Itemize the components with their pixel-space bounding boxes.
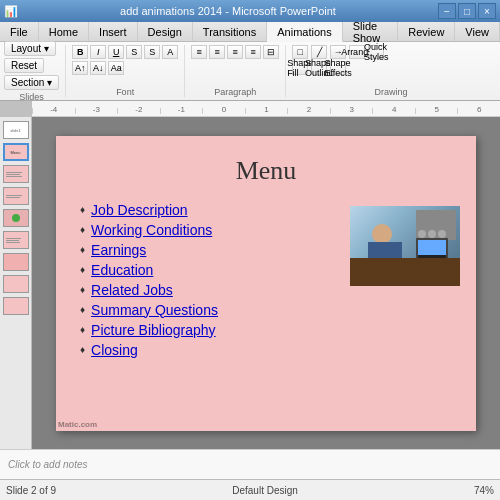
ribbon-group-slides: Layout ▾ Reset Section ▾ Slides bbox=[4, 45, 66, 97]
slide-canvas[interactable]: Menu ♦ Job Description ♦ Working Conditi… bbox=[56, 136, 476, 431]
menu-item-link[interactable]: Picture Bibliography bbox=[91, 322, 216, 338]
align-left-button[interactable]: ≡ bbox=[191, 45, 207, 59]
strikethrough-button[interactable]: S bbox=[126, 45, 142, 59]
bullet-icon: ♦ bbox=[80, 284, 85, 295]
bullet-icon: ♦ bbox=[80, 204, 85, 215]
slide-thumb-5[interactable] bbox=[3, 209, 29, 227]
person-head bbox=[372, 224, 392, 244]
section-button[interactable]: Section ▾ bbox=[4, 75, 59, 90]
slide-thumb-9[interactable] bbox=[3, 297, 29, 315]
shape-effects-button[interactable]: Shape Effects bbox=[330, 61, 346, 75]
fontcolor-button[interactable]: A bbox=[162, 45, 178, 59]
cd-icon bbox=[428, 230, 436, 238]
ribbon-group-drawing: □ ╱ → Arrange Quick Styles Shape Fill Sh… bbox=[292, 45, 496, 97]
ruler-mark: -1 bbox=[160, 108, 203, 114]
zoom-level: 74% bbox=[474, 485, 494, 496]
ruler-mark: 1 bbox=[245, 108, 288, 114]
slides-group-label: Slides bbox=[19, 92, 44, 102]
ribbon-group-font: B I U S S A A↑ A↓ Aa Font bbox=[72, 45, 185, 97]
clearformat-button[interactable]: Aa bbox=[108, 61, 124, 75]
fake-photo bbox=[350, 206, 460, 286]
slide-thumb-6[interactable] bbox=[3, 231, 29, 249]
menu-item-link[interactable]: Summary Questions bbox=[91, 302, 218, 318]
arrange-button[interactable]: Arrange bbox=[349, 45, 365, 59]
cd-icon bbox=[438, 230, 446, 238]
shape-rect-button[interactable]: □ bbox=[292, 45, 308, 59]
fontsize-down-button[interactable]: A↓ bbox=[90, 61, 106, 75]
minimize-button[interactable]: − bbox=[438, 3, 456, 19]
menu-item-link[interactable]: Education bbox=[91, 262, 153, 278]
justify-button[interactable]: ≡ bbox=[245, 45, 261, 59]
title-bar-title: add animations 2014 - Microsoft PowerPoi… bbox=[18, 5, 438, 17]
tab-animations[interactable]: Animations bbox=[267, 22, 342, 42]
tab-design[interactable]: Design bbox=[138, 22, 193, 41]
ruler: -4 -3 -2 -1 0 1 2 3 4 5 6 bbox=[32, 101, 500, 117]
layout-button[interactable]: Layout ▾ bbox=[4, 41, 56, 56]
title-bar: 📊 add animations 2014 - Microsoft PowerP… bbox=[0, 0, 500, 22]
ruler-mark: 0 bbox=[202, 108, 245, 114]
tab-review[interactable]: Review bbox=[398, 22, 455, 41]
tab-insert[interactable]: Insert bbox=[89, 22, 138, 41]
align-right-button[interactable]: ≡ bbox=[227, 45, 243, 59]
bullet-icon: ♦ bbox=[80, 244, 85, 255]
menu-list-item: ♦ Picture Bibliography bbox=[80, 322, 452, 338]
slide-thumb-2[interactable]: Menu bbox=[3, 143, 29, 161]
ruler-mark: 4 bbox=[372, 108, 415, 114]
ruler-mark: 6 bbox=[457, 108, 500, 114]
status-bar: Slide 2 of 9 Default Design 74% bbox=[0, 479, 500, 500]
slide-thumb-4[interactable] bbox=[3, 187, 29, 205]
reset-button[interactable]: Reset bbox=[4, 58, 44, 73]
tab-transitions[interactable]: Transitions bbox=[193, 22, 267, 41]
cd-icon bbox=[418, 230, 426, 238]
bold-button[interactable]: B bbox=[72, 45, 88, 59]
paragraph-group-label: Paragraph bbox=[214, 87, 256, 97]
app-icon: 📊 bbox=[4, 5, 18, 18]
italic-button[interactable]: I bbox=[90, 45, 106, 59]
menu-item-link[interactable]: Job Description bbox=[91, 202, 188, 218]
slide-thumb-8[interactable] bbox=[3, 275, 29, 293]
drawing-group-label: Drawing bbox=[375, 87, 408, 97]
slide-thumb-1[interactable]: slide1 bbox=[3, 121, 29, 139]
menu-item-link[interactable]: Earnings bbox=[91, 242, 146, 258]
notes-bar[interactable]: Click to add notes bbox=[0, 449, 500, 479]
ribbon-tabs: File Home Insert Design Transitions Anim… bbox=[0, 22, 500, 42]
canvas-area: Menu ♦ Job Description ♦ Working Conditi… bbox=[32, 117, 500, 449]
menu-item-link[interactable]: Related Jobs bbox=[91, 282, 173, 298]
tab-home[interactable]: Home bbox=[39, 22, 89, 41]
ruler-mark: -3 bbox=[75, 108, 118, 114]
photo-shelf bbox=[416, 210, 456, 240]
font-group-label: Font bbox=[116, 87, 134, 97]
menu-list-item: ♦ Summary Questions bbox=[80, 302, 452, 318]
align-center-button[interactable]: ≡ bbox=[209, 45, 225, 59]
theme-name: Default Design bbox=[232, 485, 298, 496]
tab-view[interactable]: View bbox=[455, 22, 500, 41]
menu-list-item: ♦ Closing bbox=[80, 342, 452, 358]
slide-title: Menu bbox=[80, 156, 452, 186]
desk bbox=[350, 258, 460, 286]
ribbon: File Home Insert Design Transitions Anim… bbox=[0, 22, 500, 101]
menu-item-link[interactable]: Closing bbox=[91, 342, 138, 358]
menu-item-link[interactable]: Working Conditions bbox=[91, 222, 212, 238]
watermark: Matic.com bbox=[58, 420, 97, 429]
underline-button[interactable]: U bbox=[108, 45, 124, 59]
notes-placeholder: Click to add notes bbox=[8, 459, 88, 470]
bullet-icon: ♦ bbox=[80, 324, 85, 335]
slide-thumb-3[interactable] bbox=[3, 165, 29, 183]
shape-line-button[interactable]: ╱ bbox=[311, 45, 327, 59]
bullet-icon: ♦ bbox=[80, 224, 85, 235]
monitor-screen bbox=[418, 240, 446, 255]
quickstyles-button[interactable]: Quick Styles bbox=[368, 45, 384, 59]
main-area: 1 slide1 2 Menu 3 4 bbox=[0, 117, 500, 449]
ribbon-group-paragraph: ≡ ≡ ≡ ≡ ⊟ Paragraph bbox=[191, 45, 286, 97]
shadow-button[interactable]: S bbox=[144, 45, 160, 59]
bullet-icon: ♦ bbox=[80, 264, 85, 275]
slide-count: Slide 2 of 9 bbox=[6, 485, 56, 496]
tab-file[interactable]: File bbox=[0, 22, 39, 41]
close-button[interactable]: × bbox=[478, 3, 496, 19]
slide-thumb-7[interactable] bbox=[3, 253, 29, 271]
fontsize-up-button[interactable]: A↑ bbox=[72, 61, 88, 75]
ruler-mark: -2 bbox=[117, 108, 160, 114]
maximize-button[interactable]: □ bbox=[458, 3, 476, 19]
tab-slideshow[interactable]: Slide Show bbox=[343, 22, 399, 41]
columns-button[interactable]: ⊟ bbox=[263, 45, 279, 59]
